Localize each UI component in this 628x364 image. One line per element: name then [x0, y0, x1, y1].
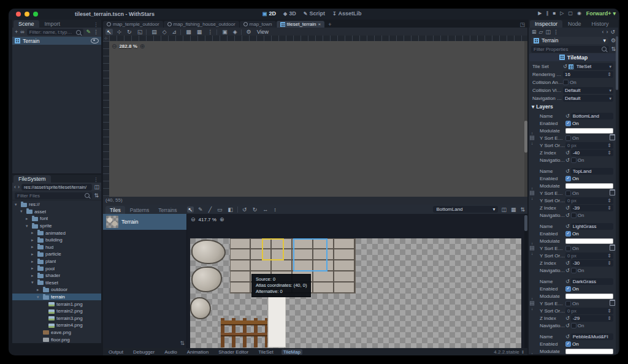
grid-snap-toggle[interactable]: ▦	[196, 29, 204, 35]
tree-expand-icon[interactable]: ▸	[31, 245, 36, 249]
tree-expand-icon[interactable]: ▾	[15, 202, 19, 207]
revert-icon[interactable]: ↺	[565, 260, 570, 266]
spinner-icon[interactable]: ⇕	[607, 253, 611, 259]
revert-icon[interactable]: ↺	[565, 157, 570, 163]
fs-tree-item[interactable]: ▾ res://	[12, 201, 101, 208]
collision-visibility-dropdown[interactable]: Default ▾	[563, 87, 613, 94]
fs-tree-item[interactable]: ▸ animated	[12, 229, 101, 237]
scene-tab[interactable]: map_town	[240, 21, 276, 28]
revert-icon[interactable]: ↺	[565, 334, 570, 339]
play-custom-scene-button[interactable]: ▢	[568, 10, 573, 16]
move-layer-down-icon[interactable]: ↓	[531, 306, 533, 311]
edited-object-selector[interactable]: Terrain ▾	[531, 37, 608, 44]
class-section-header[interactable]: TileMap	[529, 53, 618, 61]
scale-tool[interactable]: ◱	[136, 29, 144, 35]
tile-source-item[interactable]: Terrain	[103, 214, 186, 230]
modulate-color-swatch[interactable]	[565, 238, 613, 244]
2d-viewport[interactable]: ⊖ 282.8 % ⊕	[109, 41, 527, 197]
tree-expand-icon[interactable]: ▾	[37, 295, 41, 300]
panel-tab[interactable]: Node	[563, 20, 586, 28]
layer-reorder-handle[interactable]: ↑ ↓	[530, 297, 534, 311]
viewport-vertical-scrollbar[interactable]	[524, 41, 527, 197]
close-tab-icon[interactable]: ×	[318, 21, 321, 27]
fs-tree-item[interactable]: ▾ tileset	[12, 279, 101, 287]
revert-icon[interactable]: ↺	[565, 268, 570, 273]
panel-menu-icon[interactable]: ⋮	[91, 176, 101, 183]
y-sort-enabled-checkbox[interactable]	[565, 301, 571, 306]
snap-options-menu[interactable]: ⋮	[206, 29, 214, 35]
y-sort-origin-field[interactable]: 0px ⇕	[565, 197, 613, 204]
tree-expand-icon[interactable]: ▸	[31, 259, 36, 264]
spinner-icon[interactable]: ⇕	[607, 143, 611, 148]
tree-expand-icon[interactable]: ▸	[26, 216, 30, 221]
enabled-checkbox[interactable]: ✓	[565, 231, 571, 237]
spinner-icon[interactable]: ⇕	[607, 260, 611, 266]
lock-button[interactable]: ▣	[221, 29, 229, 35]
y-sort-enabled-checkbox[interactable]	[565, 191, 571, 196]
tree-expand-icon[interactable]: ▸	[31, 273, 36, 278]
fs-tree-item[interactable]: ▸ building	[12, 237, 101, 244]
tilemap-panel-tab[interactable]: Tiles	[105, 206, 125, 214]
move-layer-down-icon[interactable]: ↓	[531, 251, 533, 256]
enabled-checkbox[interactable]: ✓	[565, 121, 571, 126]
z-index-field[interactable]: -39 ⇕	[571, 205, 613, 211]
modulate-color-swatch[interactable]	[565, 349, 613, 354]
enabled-checkbox[interactable]: ✓	[565, 341, 571, 347]
revert-icon[interactable]: ↺	[565, 323, 570, 328]
fs-tree-item[interactable]: ▸ font	[12, 215, 101, 222]
z-index-field[interactable]: -30 ⇕	[571, 260, 613, 267]
enabled-checkbox[interactable]: ✓	[565, 176, 571, 181]
add-node-button[interactable]: +	[15, 29, 18, 35]
scene-tab[interactable]: map_fishing_house_outdoor	[164, 21, 239, 28]
rotate-tool[interactable]: ↻	[126, 29, 133, 35]
save-resource-button[interactable]: ◫	[545, 29, 551, 35]
fs-tree-item[interactable]: ▾ sprite	[12, 222, 101, 230]
zoom-out-icon[interactable]: ⊖	[112, 43, 117, 50]
fs-tree-item[interactable]: ▾ terrain	[12, 294, 101, 301]
object-options-icon[interactable]: ⚙	[611, 38, 616, 44]
atlas-canvas[interactable]: Source: 0 Atlas coordinates: (40, 0) Alt…	[190, 238, 521, 348]
y-sort-origin-field[interactable]: 0px ⇕	[565, 142, 613, 149]
ruler-corner[interactable]: ⊹	[103, 36, 109, 41]
panel-tab[interactable]: Import	[40, 20, 66, 28]
layer-name-field[interactable]: TopLand	[571, 168, 613, 175]
filter-options-icon[interactable]: ⇅	[611, 47, 616, 52]
zoom-out-icon[interactable]: ⊖	[191, 216, 196, 222]
ruler-tool[interactable]: ⊿	[171, 29, 178, 35]
zoom-window-button[interactable]	[33, 12, 38, 17]
layer-reorder-handle[interactable]: ↑ ↓	[530, 131, 534, 145]
fs-tree-item[interactable]: floor.png	[12, 336, 101, 343]
file-sort-icon[interactable]: ⇅	[94, 193, 99, 199]
tree-expand-icon[interactable]: ▸	[31, 266, 36, 271]
fs-tree-item[interactable]: ▸ hud	[12, 244, 101, 251]
layer-name-field[interactable]: Pebble&Mud&Fl	[571, 333, 613, 340]
revert-icon[interactable]: ↺	[565, 205, 570, 211]
zoom-level[interactable]: 417.7 %	[199, 217, 216, 222]
fs-tree-item[interactable]: ▾ asset	[12, 208, 101, 216]
z-index-field[interactable]: -29 ⇕	[571, 315, 613, 322]
object-history-icon[interactable]: ↺	[610, 29, 615, 35]
zoom-in-icon[interactable]: ⊕	[140, 43, 145, 50]
spinner-icon[interactable]: ⇕	[607, 316, 611, 321]
grid-toggle[interactable]: ▦	[511, 207, 516, 213]
layer-name-field[interactable]: LightGrass	[571, 223, 613, 230]
inspector-scrollbar[interactable]	[616, 36, 618, 354]
pan-tool[interactable]: ◇	[161, 29, 168, 35]
move-layer-up-icon[interactable]: ↑	[531, 297, 533, 301]
revert-icon[interactable]: ↺	[565, 150, 570, 156]
history-forward-icon[interactable]: ›	[18, 184, 20, 190]
smart-snap-toggle[interactable]: ▩	[185, 29, 193, 35]
revert-icon[interactable]: ↺	[563, 64, 567, 69]
tree-expand-icon[interactable]: ▸	[37, 287, 41, 292]
mode-script-button[interactable]: ✎ Script	[304, 10, 325, 17]
scrollbar-thumb[interactable]	[524, 121, 527, 153]
layer-name-field[interactable]: DarkGrass	[571, 278, 613, 285]
property-filter-input[interactable]: Filter Properties	[531, 46, 609, 53]
highlight-layer-toggle[interactable]: ◫	[501, 207, 507, 213]
bottom-panel-tab[interactable]: TileSet	[256, 349, 275, 355]
revert-icon[interactable]: ↺	[565, 316, 570, 321]
rect-tool[interactable]: ▭	[216, 207, 224, 213]
y-sort-enabled-checkbox[interactable]	[565, 246, 571, 251]
instance-scene-button[interactable]: ∞	[20, 29, 24, 35]
zoom-in-icon[interactable]: ⊕	[220, 216, 224, 222]
